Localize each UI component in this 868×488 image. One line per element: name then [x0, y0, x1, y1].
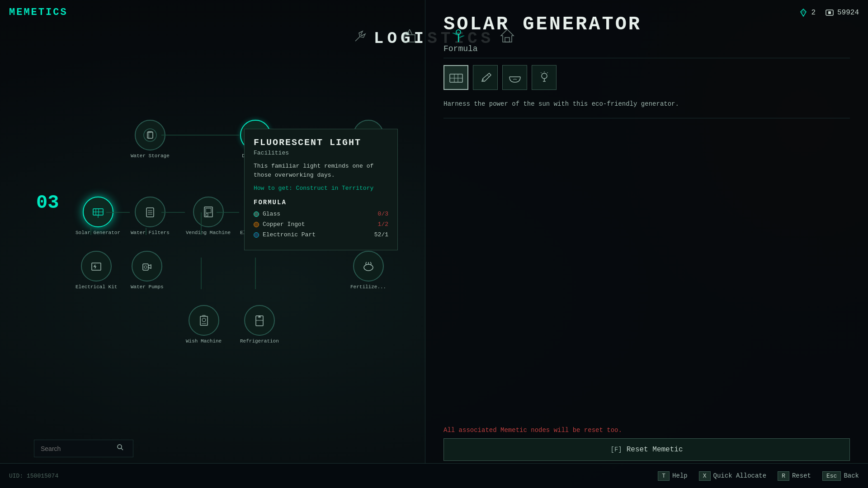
- node-circle-vending-machine: [193, 197, 224, 227]
- water-pumps-label: Water Pumps: [131, 284, 164, 290]
- copper-qty: 1/2: [378, 221, 388, 228]
- fertilizer-icon: [361, 258, 376, 274]
- tooltip-ingredient-copper: Copper Ingot 1/2: [254, 221, 388, 228]
- svg-line-69: [487, 75, 489, 77]
- node-wish-machine[interactable]: Wish Machine: [186, 305, 222, 344]
- refrigeration-label: Refrigeration: [240, 338, 279, 344]
- svg-point-6: [456, 30, 461, 34]
- tooltip-description: This familiar light reminds one of those…: [254, 162, 388, 179]
- svg-marker-7: [501, 29, 514, 42]
- svg-point-71: [542, 73, 547, 79]
- svg-point-59: [202, 318, 206, 322]
- glass-qty: 0/3: [378, 211, 388, 217]
- svg-line-64: [121, 448, 123, 450]
- node-water-storage[interactable]: Water Storage: [131, 120, 170, 159]
- svg-line-75: [547, 72, 548, 73]
- action-back[interactable]: Esc Back: [822, 471, 859, 481]
- water-storage-label: Water Storage: [131, 153, 170, 159]
- action-reset[interactable]: R Reset: [778, 471, 811, 481]
- water-pumps-icon: [139, 258, 155, 274]
- node-circle-wish-machine: [189, 305, 219, 336]
- node-circle-fertilizer: [353, 251, 384, 282]
- bottom-actions: T Help X Quick Allocate R Reset Esc Back: [658, 471, 859, 481]
- quick-allocate-label: Quick Allocate: [713, 472, 767, 479]
- reset-action-label: Reset: [792, 472, 811, 479]
- water-storage-icon: [142, 127, 158, 143]
- formula-icon-pencil[interactable]: [473, 65, 498, 90]
- reset-key-badge: R: [778, 471, 789, 481]
- glass-name: Glass: [263, 211, 280, 217]
- action-help[interactable]: T Help: [658, 471, 687, 481]
- svg-point-57: [364, 264, 373, 271]
- tooltip-formula-title: FORMULA: [254, 199, 388, 206]
- node-circle-electrical-kit: [81, 251, 112, 282]
- tooltip-ingredient-glass: Glass 0/3: [254, 211, 388, 217]
- node-water-filters[interactable]: Water Filters: [131, 197, 170, 235]
- fertilizer-label: Fertilize...: [350, 284, 386, 290]
- copper-name: Copper Ingot: [263, 221, 305, 228]
- category-tools[interactable]: [350, 25, 372, 47]
- svg-rect-55: [143, 264, 148, 270]
- action-quick-allocate[interactable]: X Quick Allocate: [699, 471, 766, 481]
- search-icon[interactable]: [117, 444, 124, 453]
- node-solar-generator[interactable]: Solar Generator: [75, 197, 120, 235]
- tooltip-category: Facilities: [254, 150, 388, 156]
- node-circle-refrigeration: [244, 305, 275, 336]
- svg-rect-25: [147, 132, 153, 138]
- category-combat[interactable]: [399, 25, 420, 47]
- tooltip-ingredient-electronic: Electronic Part 52/1: [254, 231, 388, 238]
- svg-point-56: [144, 266, 147, 268]
- quick-allocate-key-badge: X: [699, 471, 711, 481]
- currency-icon: [825, 8, 835, 18]
- formula-icon-lamp[interactable]: [532, 65, 557, 90]
- reset-memetic-button[interactable]: [F] Reset Memetic: [443, 438, 850, 461]
- top-header: MEMETICS 2 59924: [0, 0, 868, 25]
- solar-generator-icon: [90, 204, 106, 220]
- search-box[interactable]: [34, 440, 133, 457]
- help-label: Help: [672, 472, 688, 479]
- reset-warning: All associated Memetic nodes will be res…: [443, 427, 622, 434]
- help-key-badge: T: [658, 471, 670, 481]
- game-title: MEMETICS: [9, 7, 68, 18]
- water-filters-icon: [142, 204, 158, 220]
- electrical-kit-label: Electrical Kit: [75, 284, 117, 290]
- panel-description: Harness the power of the sun with this e…: [443, 99, 715, 109]
- refrigeration-icon: [252, 313, 267, 328]
- back-key-badge: Esc: [822, 471, 841, 481]
- category-nature[interactable]: [448, 25, 469, 47]
- node-circle-water-storage: [135, 120, 165, 150]
- node-water-pumps[interactable]: Water Pumps: [131, 251, 164, 290]
- ingredient-left-electronic: Electronic Part: [254, 231, 316, 238]
- back-label: Back: [844, 472, 859, 479]
- panel-divider: [443, 118, 850, 118]
- formula-icon-solar[interactable]: [443, 65, 468, 90]
- wish-machine-icon: [196, 313, 212, 328]
- wish-machine-label: Wish Machine: [186, 338, 222, 344]
- node-electrical-kit[interactable]: Electrical Kit: [75, 251, 117, 290]
- node-circle-solar-generator: [83, 197, 113, 227]
- search-input[interactable]: [41, 445, 113, 452]
- row-number: 03: [36, 192, 59, 214]
- category-building[interactable]: [496, 25, 518, 47]
- right-panel: SOLAR GENERATOR Formula: [425, 0, 868, 488]
- svg-line-76: [541, 72, 542, 73]
- svg-rect-54: [92, 263, 101, 270]
- electrical-kit-icon: [89, 258, 104, 274]
- svg-rect-4: [404, 35, 415, 42]
- category-icons-row: [350, 25, 518, 47]
- svg-rect-58: [200, 316, 208, 325]
- crystal-icon: [798, 8, 808, 18]
- node-fertilizer[interactable]: Fertilize...: [350, 251, 386, 290]
- electronic-name: Electronic Part: [263, 231, 316, 238]
- electronic-dot: [254, 232, 259, 238]
- currency-hud: 59924: [825, 8, 859, 18]
- svg-rect-3: [828, 11, 831, 14]
- svg-point-27: [147, 131, 153, 133]
- node-vending-machine[interactable]: Vending Machine: [186, 197, 231, 235]
- node-refrigeration[interactable]: Refrigeration: [240, 305, 279, 344]
- svg-point-63: [118, 445, 122, 449]
- tooltip-how-to: How to get: Construct in Territory: [254, 185, 388, 192]
- electronic-qty: 52/1: [374, 231, 388, 238]
- copper-dot: [254, 222, 259, 227]
- formula-icon-bowl[interactable]: [502, 65, 527, 90]
